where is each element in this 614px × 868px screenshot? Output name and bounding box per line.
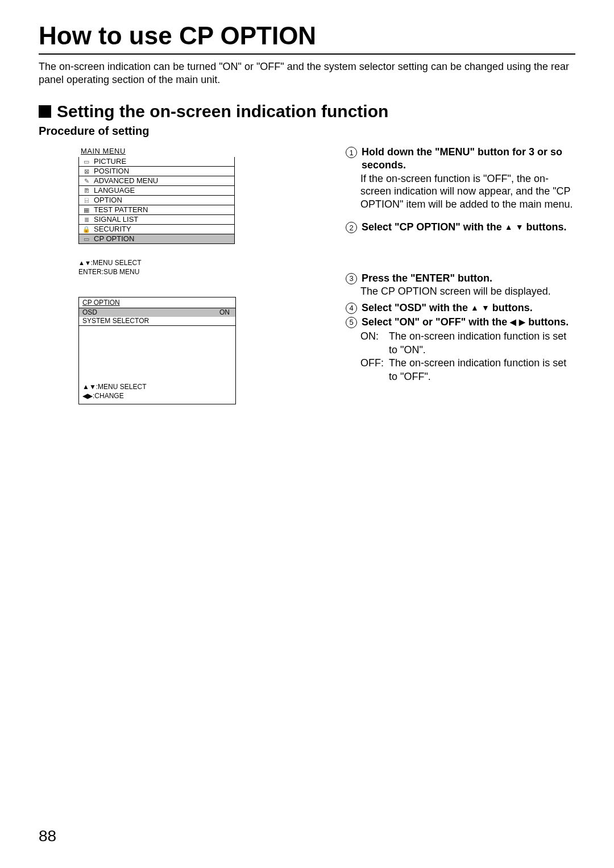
menu-item-option: ⌸ OPTION xyxy=(78,196,235,205)
step-number-icon: 2 xyxy=(346,222,357,233)
step-body: The CP OPTION screen will be displayed. xyxy=(360,285,575,298)
option-icon: ⌸ xyxy=(82,196,90,205)
step-number-icon: 3 xyxy=(346,273,357,284)
main-menu-hints: ▲▼:MENU SELECT ENTER:SUB MENU xyxy=(78,259,235,276)
list-icon: ≣ xyxy=(82,215,90,224)
step-title: Select "CP OPTION" with the ▲ ▼ buttons. xyxy=(362,221,575,234)
step-4: 4 Select "OSD" with the ▲ ▼ buttons. xyxy=(346,301,575,315)
on-text: The on-screen indication function is set… xyxy=(389,330,575,357)
main-menu-title: MAIN MENU xyxy=(78,146,235,157)
cp-option-box: CP OPTION OSD ON SYSTEM SELECTOR ▲▼:MENU… xyxy=(78,297,236,404)
step-2: 2 Select "CP OPTION" with the ▲ ▼ button… xyxy=(346,221,575,234)
menu-item-picture: ▭ PICTURE xyxy=(78,157,235,167)
step-5: 5 Select "ON" or "OFF" with the ◀ ▶ butt… xyxy=(346,316,575,329)
page-title: How to use CP OPTION xyxy=(39,22,575,55)
lock-icon: 🔒 xyxy=(82,225,90,234)
on-label: ON: xyxy=(360,330,389,357)
down-icon: ▼ xyxy=(482,303,489,312)
cp-option-hints: ▲▼:MENU SELECT ◀▶:CHANGE xyxy=(79,381,235,400)
pen-icon: ✎ xyxy=(82,176,90,185)
menu-item-label: ADVANCED MENU xyxy=(94,176,158,185)
menu-item-label: SIGNAL LIST xyxy=(94,215,138,224)
intro-text: The on-screen indication can be turned "… xyxy=(39,60,575,86)
step-title: Select "OSD" with the ▲ ▼ buttons. xyxy=(362,301,575,315)
section-title: Setting the on-screen indication functio… xyxy=(57,102,388,121)
down-icon: ▼ xyxy=(516,222,524,232)
grid-icon: ▦ xyxy=(82,205,90,214)
menu-item-language: 🖹 LANGUAGE xyxy=(78,186,235,196)
step-title: Press the "ENTER" button. xyxy=(362,272,575,285)
step-body: If the on-screen function is "OFF", the … xyxy=(360,172,575,211)
menu-item-label: OPTION xyxy=(94,196,122,205)
section-header: Setting the on-screen indication functio… xyxy=(39,102,575,121)
cp-row-system-selector: SYSTEM SELECTOR xyxy=(79,317,235,325)
menu-item-testpattern: ▦ TEST PATTERN xyxy=(78,205,235,215)
menu-item-label: TEST PATTERN xyxy=(94,205,148,214)
menu-item-position: ⊠ POSITION xyxy=(78,167,235,176)
up-icon: ▲ xyxy=(471,303,479,312)
up-icon: ▲ xyxy=(505,222,513,232)
cpoption-icon: ▭ xyxy=(82,234,90,243)
step-title: Hold down the "MENU" button for 3 or so … xyxy=(362,146,575,172)
step-title: Select "ON" or "OFF" with the ◀ ▶ button… xyxy=(362,316,575,329)
updown-icon: ▲▼ xyxy=(78,259,91,266)
off-label: OFF: xyxy=(360,357,389,383)
step-1: 1 Hold down the "MENU" button for 3 or s… xyxy=(346,146,575,210)
step-number-icon: 1 xyxy=(346,147,357,158)
position-icon: ⊠ xyxy=(82,167,90,176)
menu-item-label: SECURITY xyxy=(94,225,131,234)
menu-item-label: POSITION xyxy=(94,167,129,176)
cp-option-title: CP OPTION xyxy=(79,297,235,308)
right-icon: ▶ xyxy=(519,317,525,326)
step-3: 3 Press the "ENTER" button. The CP OPTIO… xyxy=(346,272,575,298)
menu-item-label: PICTURE xyxy=(94,157,126,166)
step-number-icon: 5 xyxy=(346,317,357,328)
cp-row-label: SYSTEM SELECTOR xyxy=(82,317,149,325)
menu-item-signallist: ≣ SIGNAL LIST xyxy=(78,215,235,225)
step-number-icon: 4 xyxy=(346,303,357,314)
page-number: 88 xyxy=(39,827,56,845)
menu-item-advanced: ✎ ADVANCED MENU xyxy=(78,176,235,186)
off-text: The on-screen indication function is set… xyxy=(389,357,575,383)
picture-icon: ▭ xyxy=(82,157,90,166)
left-icon: ◀ xyxy=(510,317,516,326)
on-off-explanation: ON: The on-screen indication function is… xyxy=(360,330,575,383)
cp-row-value: ON xyxy=(219,308,230,317)
doc-icon: 🖹 xyxy=(82,186,90,195)
menu-item-security: 🔒 SECURITY xyxy=(78,225,235,234)
menu-item-cpoption: ▭ CP OPTION xyxy=(78,234,235,244)
cp-row-label: OSD xyxy=(82,308,97,317)
cp-row-osd: OSD ON xyxy=(79,308,235,317)
square-bullet-icon xyxy=(39,105,51,118)
menu-item-label: CP OPTION xyxy=(94,234,134,243)
procedure-label: Procedure of setting xyxy=(39,125,575,138)
main-menu-box: MAIN MENU ▭ PICTURE ⊠ POSITION ✎ ADVANCE… xyxy=(78,146,235,276)
updown-icon: ▲▼ xyxy=(82,383,96,391)
leftright-icon: ◀▶ xyxy=(82,392,93,400)
menu-item-label: LANGUAGE xyxy=(94,186,135,195)
